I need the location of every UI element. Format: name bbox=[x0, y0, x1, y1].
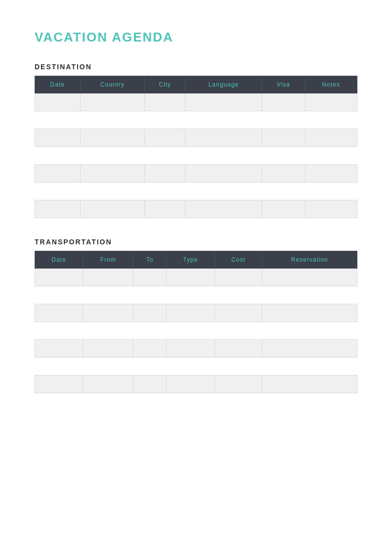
destination-table: Date Country City Language Visa Notes bbox=[35, 76, 357, 218]
table-cell[interactable] bbox=[305, 129, 357, 147]
transportation-col-reservation: Reservation bbox=[262, 251, 357, 269]
table-cell[interactable] bbox=[35, 269, 83, 286]
destination-col-language: Language bbox=[185, 76, 262, 93]
table-cell[interactable] bbox=[83, 304, 133, 322]
table-cell[interactable] bbox=[262, 165, 305, 183]
table-cell[interactable] bbox=[215, 340, 262, 358]
destination-table-wrapper: Date Country City Language Visa Notes bbox=[35, 76, 357, 218]
transportation-col-type: Type bbox=[166, 251, 215, 269]
table-cell[interactable] bbox=[145, 165, 185, 183]
table-cell[interactable] bbox=[262, 269, 357, 286]
table-cell[interactable] bbox=[145, 129, 185, 147]
table-cell[interactable] bbox=[166, 375, 215, 393]
table-cell[interactable] bbox=[133, 340, 166, 358]
table-cell[interactable] bbox=[166, 340, 215, 358]
transportation-col-from: From bbox=[83, 251, 133, 269]
row-spacer bbox=[35, 147, 357, 165]
table-cell[interactable] bbox=[262, 200, 305, 218]
destination-row[interactable] bbox=[35, 165, 357, 183]
transportation-section-title: TRANSPORTATION bbox=[35, 238, 357, 246]
table-cell[interactable] bbox=[35, 93, 81, 111]
transportation-row[interactable] bbox=[35, 269, 357, 286]
destination-row[interactable] bbox=[35, 200, 357, 218]
table-cell[interactable] bbox=[80, 129, 144, 147]
table-cell[interactable] bbox=[262, 93, 305, 111]
table-cell[interactable] bbox=[185, 165, 262, 183]
table-cell[interactable] bbox=[35, 200, 81, 218]
table-cell[interactable] bbox=[83, 340, 133, 358]
table-cell[interactable] bbox=[35, 165, 81, 183]
destination-header-row: Date Country City Language Visa Notes bbox=[35, 76, 357, 93]
table-cell[interactable] bbox=[35, 375, 83, 393]
table-cell[interactable] bbox=[262, 129, 305, 147]
destination-section-title: DESTINATION bbox=[35, 63, 357, 71]
row-spacer bbox=[35, 358, 357, 375]
table-cell[interactable] bbox=[262, 375, 357, 393]
table-cell[interactable] bbox=[80, 200, 144, 218]
destination-col-city: City bbox=[145, 76, 185, 93]
table-cell[interactable] bbox=[35, 129, 81, 147]
table-cell[interactable] bbox=[305, 165, 357, 183]
transportation-col-cost: Cost bbox=[215, 251, 262, 269]
table-cell[interactable] bbox=[305, 93, 357, 111]
table-cell[interactable] bbox=[262, 304, 357, 322]
table-cell[interactable] bbox=[215, 269, 262, 286]
table-cell[interactable] bbox=[262, 340, 357, 358]
table-cell[interactable] bbox=[166, 269, 215, 286]
table-cell[interactable] bbox=[185, 129, 262, 147]
table-cell[interactable] bbox=[133, 304, 166, 322]
destination-col-visa: Visa bbox=[262, 76, 305, 93]
destination-col-notes: Notes bbox=[305, 76, 357, 93]
row-spacer bbox=[35, 286, 357, 304]
table-cell[interactable] bbox=[35, 304, 83, 322]
transportation-col-date: Date bbox=[35, 251, 83, 269]
transportation-table: Date From To Type Cost Reservation bbox=[35, 251, 357, 393]
table-cell[interactable] bbox=[83, 375, 133, 393]
table-cell[interactable] bbox=[305, 200, 357, 218]
table-cell[interactable] bbox=[80, 165, 144, 183]
row-spacer bbox=[35, 322, 357, 340]
destination-row[interactable] bbox=[35, 129, 357, 147]
transportation-col-to: To bbox=[133, 251, 166, 269]
destination-col-date: Date bbox=[35, 76, 81, 93]
page-title: VACATION AGENDA bbox=[35, 30, 357, 45]
table-cell[interactable] bbox=[133, 269, 166, 286]
table-cell[interactable] bbox=[35, 340, 83, 358]
transportation-row[interactable] bbox=[35, 340, 357, 358]
transportation-row[interactable] bbox=[35, 375, 357, 393]
destination-col-country: Country bbox=[80, 76, 144, 93]
table-cell[interactable] bbox=[145, 93, 185, 111]
transportation-table-wrapper: Date From To Type Cost Reservation bbox=[35, 251, 357, 393]
table-cell[interactable] bbox=[215, 304, 262, 322]
transportation-row[interactable] bbox=[35, 304, 357, 322]
table-cell[interactable] bbox=[215, 375, 262, 393]
row-spacer bbox=[35, 183, 357, 200]
table-cell[interactable] bbox=[185, 200, 262, 218]
table-cell[interactable] bbox=[80, 93, 144, 111]
destination-row[interactable] bbox=[35, 93, 357, 111]
transportation-header-row: Date From To Type Cost Reservation bbox=[35, 251, 357, 269]
table-cell[interactable] bbox=[145, 200, 185, 218]
table-cell[interactable] bbox=[166, 304, 215, 322]
row-spacer bbox=[35, 111, 357, 129]
table-cell[interactable] bbox=[133, 375, 166, 393]
table-cell[interactable] bbox=[185, 93, 262, 111]
table-cell[interactable] bbox=[83, 269, 133, 286]
